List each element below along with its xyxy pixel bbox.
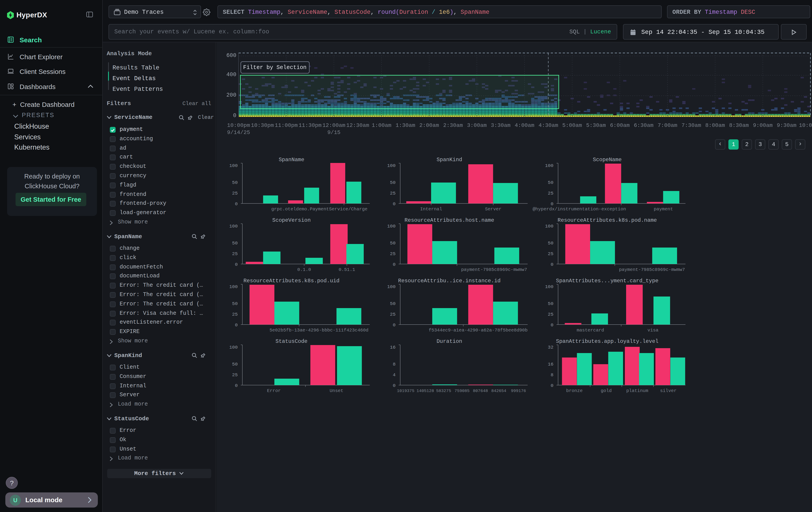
svg-text:50: 50 [390,301,396,306]
svg-text:Unset: Unset [329,388,343,393]
svg-text:0: 0 [235,383,238,388]
svg-text:4: 4 [393,372,396,378]
svg-text:50: 50 [548,180,553,185]
svg-text:silver: silver [660,388,676,393]
svg-text:SpanAttributes...yment.card_ty: SpanAttributes...yment.card_type [556,278,659,284]
svg-text:Error: Error [267,388,281,393]
svg-text:25: 25 [390,251,396,257]
svg-text:ResourceAttributes.host.name: ResourceAttributes.host.name [404,217,494,223]
svg-text:ResourceAttributes.k8s.pod.nam: ResourceAttributes.k8s.pod.name [558,217,657,223]
svg-text:100: 100 [545,163,553,168]
svg-text:583275: 583275 [436,388,452,393]
svg-text:StatusCode: StatusCode [276,339,308,344]
svg-text:100: 100 [545,284,553,289]
svg-text:ScopeName: ScopeName [593,157,622,163]
svg-text:0: 0 [551,262,553,267]
svg-text:807648: 807648 [473,388,488,393]
svg-text:Server: Server [485,207,501,212]
svg-text:100: 100 [387,284,396,289]
svg-text:25: 25 [390,312,396,317]
svg-text:SpanKind: SpanKind [436,157,462,163]
svg-text:16: 16 [390,345,396,350]
svg-text:platinum: platinum [626,388,648,393]
svg-text:25: 25 [548,251,553,257]
svg-text:50: 50 [232,362,238,367]
svg-text:842654: 842654 [491,388,506,393]
svg-text:25: 25 [232,251,238,257]
svg-text:f5344ec9-a1ea-4290-a62a-78f5be: f5344ec9-a1ea-4290-a62a-78f5bee8d90b [429,328,528,333]
svg-text:SpanName: SpanName [279,157,304,163]
svg-text:0: 0 [393,383,396,388]
svg-text:25: 25 [548,312,553,317]
svg-text:100: 100 [387,163,396,168]
svg-text:1405128: 1405128 [416,388,434,393]
svg-text:25: 25 [390,191,396,196]
svg-text:bronze: bronze [566,388,583,393]
svg-text:759085: 759085 [455,388,470,393]
svg-text:999176: 999176 [511,388,526,393]
svg-text:ScopeVersion: ScopeVersion [272,217,311,223]
svg-text:0: 0 [393,262,396,267]
svg-text:25: 25 [548,191,553,196]
svg-text:0.1.0: 0.1.0 [297,267,311,272]
svg-text:25: 25 [232,312,238,317]
svg-text:50: 50 [548,301,553,306]
svg-text:8: 8 [393,362,396,367]
svg-text:SpanAttributes.app.loyalty.lev: SpanAttributes.app.loyalty.level [556,339,659,344]
svg-text:50: 50 [548,241,553,246]
svg-text:0: 0 [551,383,553,388]
svg-text:50: 50 [390,180,396,185]
svg-text:0: 0 [235,262,238,267]
svg-text:16: 16 [548,362,553,367]
svg-text:visa: visa [647,328,658,333]
svg-text:100: 100 [229,163,238,168]
svg-text:gold: gold [601,388,612,393]
svg-text:25: 25 [232,191,238,196]
svg-text:0: 0 [551,323,553,328]
svg-text:ResourceAttributes.k8s.pod.uid: ResourceAttributes.k8s.pod.uid [243,278,340,284]
svg-text:50: 50 [390,241,396,246]
svg-text:5e02b5fb-13ae-4296-bbbc-111f42: 5e02b5fb-13ae-4296-bbbc-111f423c460d [269,328,369,333]
svg-text:32: 32 [548,345,553,350]
svg-text:payment-7985c8969c-mwmw7: payment-7985c8969c-mwmw7 [619,267,685,272]
svg-text:100: 100 [387,224,396,229]
svg-text:@hyperdx/instrumentation-excep: @hyperdx/instrumentation-exception [533,207,626,212]
svg-text:100: 100 [229,224,238,229]
svg-text:grpc.oteldemo.PaymentService/C: grpc.oteldemo.PaymentService/Charge [271,207,368,212]
svg-text:payment: payment [654,207,673,212]
svg-text:Internal: Internal [420,207,442,212]
svg-text:0: 0 [393,201,396,207]
svg-text:mastercard: mastercard [577,328,604,333]
svg-text:0: 0 [235,201,238,207]
svg-text:Duration: Duration [436,339,462,344]
svg-text:50: 50 [232,301,238,306]
svg-text:8: 8 [551,372,553,378]
svg-text:100: 100 [229,345,238,350]
svg-text:1019375: 1019375 [397,388,414,393]
svg-text:100: 100 [545,224,553,229]
svg-text:0.51.1: 0.51.1 [339,267,355,272]
svg-text:0: 0 [235,323,238,328]
svg-text:25: 25 [232,372,238,378]
svg-text:ResourceAttribu..ice.instance.: ResourceAttribu..ice.instance.id [398,278,501,284]
svg-text:50: 50 [232,241,238,246]
svg-text:50: 50 [232,180,238,185]
svg-text:payment-7985c8969c-mwmw7: payment-7985c8969c-mwmw7 [461,267,527,272]
svg-text:0: 0 [393,323,396,328]
svg-text:0: 0 [551,201,553,207]
svg-text:100: 100 [229,284,238,289]
